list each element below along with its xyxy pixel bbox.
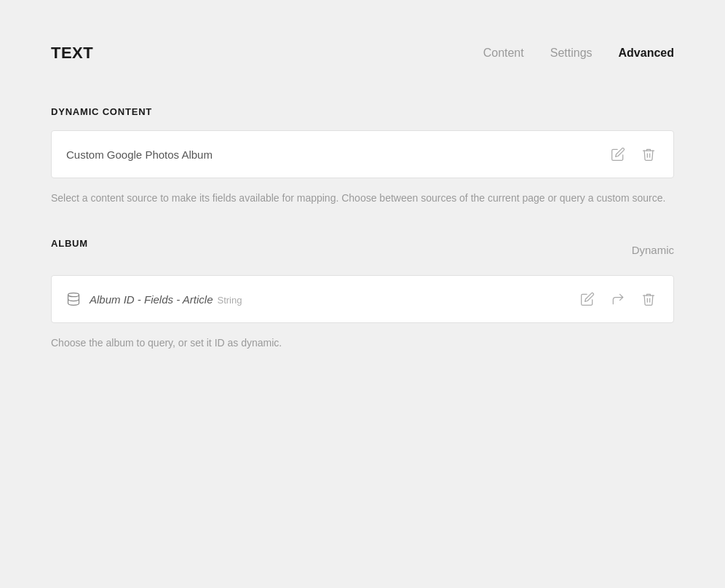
tab-group: Content Settings Advanced — [483, 47, 674, 60]
header: TEXT Content Settings Advanced — [51, 44, 674, 63]
album-card-left: Album ID - Fields - ArticleString — [66, 292, 242, 306]
album-field-type: String — [217, 295, 242, 306]
album-field-label: Album ID - Fields - ArticleString — [90, 293, 242, 306]
delete-album-button[interactable] — [638, 289, 659, 309]
edit-content-button[interactable] — [608, 144, 628, 164]
page-title: TEXT — [51, 44, 93, 63]
tab-settings[interactable]: Settings — [550, 47, 593, 60]
album-helper: Choose the album to query, or set it ID … — [51, 335, 674, 351]
album-section: ALBUM Dynamic Album ID - Fields - Articl… — [51, 238, 674, 351]
database-icon — [66, 292, 81, 306]
share-album-button[interactable] — [608, 289, 628, 309]
delete-content-button[interactable] — [638, 144, 659, 164]
album-header: ALBUM Dynamic — [51, 238, 674, 262]
pencil-icon — [611, 147, 625, 162]
pencil-icon — [580, 292, 595, 306]
trash-icon — [641, 147, 656, 162]
album-card-actions — [577, 289, 659, 309]
dynamic-badge: Dynamic — [632, 244, 674, 256]
svg-point-0 — [68, 293, 79, 297]
dynamic-content-section: DYNAMIC CONTENT Custom Google Photos Alb… — [51, 106, 674, 206]
tab-content[interactable]: Content — [483, 47, 524, 60]
content-source-card: Custom Google Photos Album — [51, 130, 674, 178]
panel: TEXT Content Settings Advanced DYNAMIC C… — [0, 0, 725, 588]
share-icon — [611, 292, 625, 306]
dynamic-content-helper: Select a content source to make its fiel… — [51, 190, 674, 206]
dynamic-content-title: DYNAMIC CONTENT — [51, 106, 674, 117]
trash-icon — [641, 292, 656, 306]
edit-album-button[interactable] — [577, 289, 598, 309]
album-field-card: Album ID - Fields - ArticleString — [51, 275, 674, 323]
content-source-label: Custom Google Photos Album — [66, 148, 213, 161]
tab-advanced[interactable]: Advanced — [619, 47, 674, 60]
album-title: ALBUM — [51, 238, 88, 249]
content-card-actions — [608, 144, 659, 164]
